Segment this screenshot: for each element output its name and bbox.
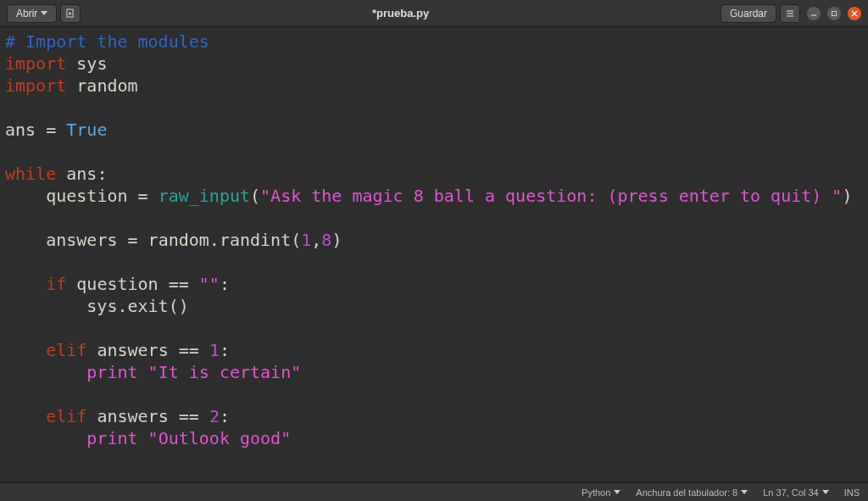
hamburger-menu-button[interactable]: [780, 4, 800, 23]
code-string: "": [199, 274, 220, 294]
insert-mode[interactable]: INS: [844, 487, 860, 498]
maximize-icon: [831, 10, 837, 17]
code-num: 8: [321, 230, 331, 250]
titlebar-left: Abrir: [7, 4, 81, 23]
minimize-button[interactable]: [807, 7, 821, 20]
code-op: :: [220, 340, 230, 360]
position-label: Ln 37, Col 34: [763, 487, 818, 498]
code-ident: question: [76, 274, 158, 294]
code-string: "Ask the magic 8 ball a question: (press…: [260, 186, 842, 206]
mode-label: INS: [844, 487, 860, 498]
code-keyword: import: [5, 75, 66, 96]
code-editor[interactable]: # Import the modules import sys import r…: [0, 27, 868, 482]
code-keyword: if: [46, 274, 66, 294]
code-ident: answers: [97, 406, 168, 426]
code-op: :: [220, 274, 230, 294]
code-const: True: [66, 120, 107, 140]
language-selector[interactable]: Python: [581, 487, 620, 498]
code-paren: ): [179, 296, 189, 316]
open-button[interactable]: Abrir: [7, 4, 57, 23]
cursor-position[interactable]: Ln 37, Col 34: [763, 487, 828, 498]
code-string: "It is certain": [148, 362, 302, 382]
window-title: *prueba.py: [81, 7, 721, 19]
code-ident: sys: [76, 53, 107, 74]
code-ident: exit: [128, 296, 169, 316]
close-icon: [851, 10, 858, 17]
chevron-down-icon: [41, 11, 47, 15]
tab-width-selector[interactable]: Anchura del tabulador: 8: [636, 487, 748, 498]
code-op: :: [220, 406, 230, 426]
code-ident: ans: [5, 120, 36, 140]
code-ident: randint: [220, 230, 291, 250]
code-ident: random: [148, 230, 209, 250]
code-op: ==: [179, 340, 199, 360]
language-label: Python: [581, 487, 610, 498]
code-ident: random: [76, 75, 137, 96]
code-paren: ): [331, 230, 342, 250]
maximize-button[interactable]: [827, 7, 841, 20]
chevron-down-icon: [822, 490, 829, 494]
code-op: .: [209, 230, 220, 250]
code-paren: (: [250, 186, 260, 206]
code-comment: # Import the modules: [5, 31, 209, 52]
svg-rect-7: [832, 11, 837, 15]
code-ident: ans: [66, 164, 97, 184]
code-func: raw_input: [159, 186, 250, 206]
chevron-down-icon: [614, 490, 620, 494]
code-num: 2: [209, 406, 220, 426]
code-op: =: [138, 186, 148, 206]
code-ident: answers: [97, 340, 168, 360]
code-op: ==: [169, 274, 189, 294]
code-builtin: print: [86, 362, 137, 382]
code-paren: (: [169, 296, 179, 316]
code-ident: question: [46, 186, 127, 206]
code-keyword: elif: [46, 340, 86, 360]
code-keyword: while: [5, 164, 56, 184]
titlebar-right: Guardar: [721, 4, 861, 23]
save-button[interactable]: Guardar: [721, 4, 776, 23]
code-builtin: print: [86, 428, 137, 448]
code-num: 1: [301, 230, 311, 250]
minimize-icon: [810, 10, 817, 17]
code-ident: sys: [86, 296, 117, 316]
code-op: :: [97, 164, 107, 184]
code-num: 1: [209, 340, 220, 360]
code-op: .: [117, 296, 127, 316]
code-string: "Outlook good": [148, 428, 292, 448]
code-op: ,: [311, 230, 321, 250]
code-paren: (: [291, 230, 301, 250]
new-document-icon: [65, 8, 75, 19]
titlebar: Abrir *prueba.py Guardar: [0, 0, 868, 27]
code-ident: answers: [46, 230, 117, 250]
code-op: ==: [179, 406, 199, 426]
close-button[interactable]: [848, 7, 861, 20]
code-op: =: [46, 120, 56, 140]
chevron-down-icon: [741, 490, 748, 494]
new-tab-button[interactable]: [60, 4, 81, 23]
code-paren: ): [842, 186, 852, 206]
hamburger-icon: [785, 8, 795, 19]
open-label: Abrir: [16, 8, 37, 19]
code-op: =: [128, 230, 138, 250]
code-keyword: import: [5, 53, 66, 74]
tab-width-label: Anchura del tabulador: 8: [636, 487, 737, 498]
statusbar: Python Anchura del tabulador: 8 Ln 37, C…: [0, 482, 868, 501]
code-keyword: elif: [46, 406, 86, 426]
